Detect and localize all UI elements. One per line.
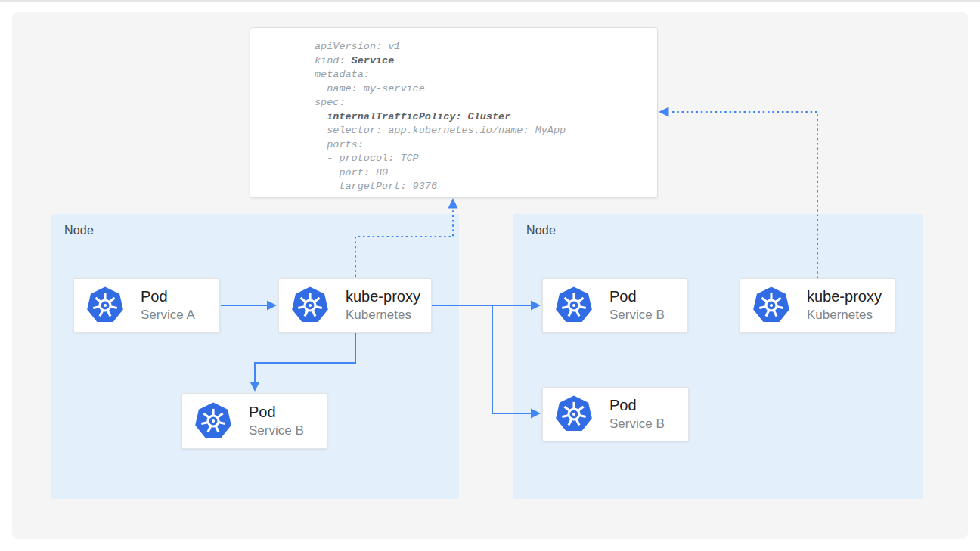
card-title: kube-proxy	[807, 288, 882, 305]
card-pod-service-b-bottom-right: Pod Service B	[542, 387, 689, 441]
card-pod-service-b-top-right: Pod Service B	[542, 278, 688, 333]
card-title: Pod	[609, 288, 665, 305]
card-subtitle: Service A	[141, 307, 195, 323]
kubernetes-icon	[290, 286, 330, 325]
card-kube-proxy-left: kube-proxy Kubernetes	[278, 278, 432, 333]
card-subtitle: Service B	[249, 423, 304, 438]
card-subtitle: Service B	[609, 307, 665, 323]
yaml-code: apiVersion: v1kind: Servicemetadata: nam…	[315, 40, 657, 194]
card-subtitle: Kubernetes	[807, 307, 882, 323]
node-box-right: Node	[513, 214, 923, 499]
kubernetes-icon	[85, 286, 125, 325]
kubernetes-icon	[554, 395, 594, 434]
card-pod-service-a: Pod Service A	[73, 278, 220, 333]
kubernetes-internal-traffic-policy-diagram: apiVersion: v1kind: Servicemetadata: nam…	[0, 0, 980, 551]
card-subtitle: Service B	[609, 416, 665, 432]
node-label: Node	[64, 224, 94, 237]
node-box-left: Node	[51, 214, 459, 499]
card-subtitle: Kubernetes	[346, 307, 420, 323]
service-yaml-card: apiVersion: v1kind: Servicemetadata: nam…	[250, 27, 658, 198]
card-title: Pod	[609, 397, 665, 414]
kubernetes-icon	[554, 286, 594, 325]
card-title: Pod	[141, 288, 195, 305]
card-title: Pod	[249, 404, 304, 421]
kubernetes-icon	[194, 401, 233, 441]
kubernetes-icon	[752, 286, 791, 325]
node-label: Node	[526, 224, 556, 237]
card-title: kube-proxy	[346, 288, 420, 305]
card-pod-service-b-left: Pod Service B	[181, 393, 327, 449]
card-kube-proxy-right: kube-proxy Kubernetes	[740, 278, 895, 333]
top-divider	[0, 0, 980, 2]
